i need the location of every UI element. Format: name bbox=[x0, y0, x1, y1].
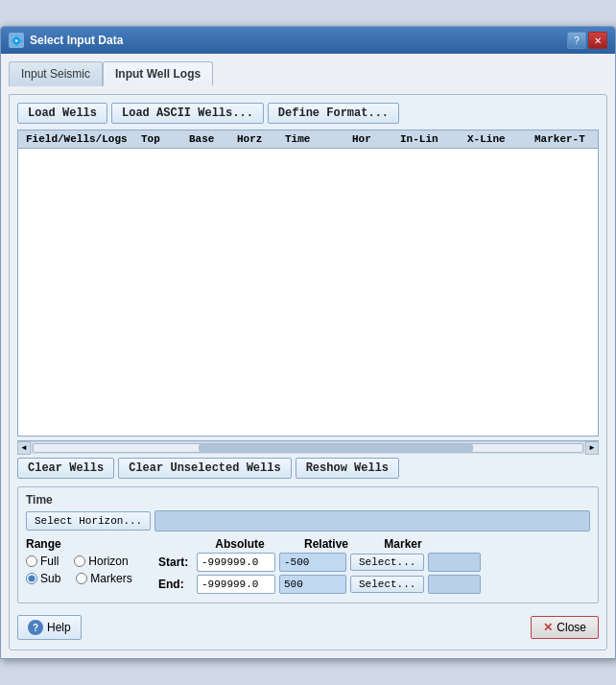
radio-row-1: Full Horizon bbox=[26, 555, 151, 568]
col-time: Time bbox=[281, 132, 348, 146]
close-dialog-button[interactable]: ✕ Close bbox=[531, 616, 599, 639]
radio-group: Full Horizon Sub bbox=[26, 555, 151, 585]
clear-unselected-wells-button[interactable]: Clear Unselected Wells bbox=[118, 458, 291, 479]
radio-horizon[interactable]: Horizon bbox=[74, 555, 128, 568]
range-title: Range bbox=[26, 537, 151, 551]
radio-horizon-input[interactable] bbox=[74, 555, 85, 567]
tab-input-well-logs[interactable]: Input Well Logs bbox=[103, 61, 213, 86]
range-right: Absolute Relative Marker Start: Select..… bbox=[158, 537, 590, 597]
bottom-toolbar: Clear Wells Clear Unselected Wells Resho… bbox=[17, 458, 599, 479]
main-toolbar: Load Wells Load ASCII Wells... Define Fo… bbox=[17, 103, 599, 124]
marker-header: Marker bbox=[369, 537, 437, 551]
radio-full-label: Full bbox=[40, 555, 59, 568]
time-label: Time bbox=[26, 493, 590, 507]
relative-header: Relative bbox=[283, 537, 369, 551]
radio-horizon-label: Horizon bbox=[88, 555, 128, 568]
end-row: End: Select... bbox=[158, 575, 590, 594]
col-hor: Hor bbox=[348, 132, 396, 146]
help-icon: ? bbox=[28, 620, 43, 635]
radio-sub-label: Sub bbox=[40, 572, 60, 585]
col-in-lin: In-Lin bbox=[396, 132, 463, 146]
horizon-value-display bbox=[154, 510, 590, 531]
col-field-wells-logs: Field/Wells/Logs bbox=[22, 132, 137, 146]
load-ascii-wells-button[interactable]: Load ASCII Wells... bbox=[111, 103, 264, 124]
close-x-icon: ✕ bbox=[543, 621, 553, 634]
tab-content: Load Wells Load ASCII Wells... Define Fo… bbox=[9, 94, 607, 650]
col-top: Top bbox=[137, 132, 185, 146]
radio-full[interactable]: Full bbox=[26, 555, 59, 568]
end-relative-input[interactable] bbox=[279, 575, 346, 594]
scroll-left-arrow[interactable]: ◄ bbox=[17, 441, 31, 455]
window-icon: 💠 bbox=[9, 33, 24, 48]
table-header: Field/Wells/Logs Top Base Horz Time Hor … bbox=[18, 130, 599, 149]
col-x-line: X-Line bbox=[463, 132, 531, 146]
absolute-header: Absolute bbox=[197, 537, 283, 551]
horizontal-scrollbar-area: ◄ ► bbox=[17, 440, 599, 454]
radio-sub[interactable]: Sub bbox=[26, 572, 60, 585]
end-label: End: bbox=[158, 578, 197, 591]
window-body: Input Seismic Input Well Logs Load Wells… bbox=[1, 54, 615, 658]
range-row: Range Full Horizon bbox=[26, 537, 590, 597]
radio-markers-input[interactable] bbox=[76, 573, 87, 584]
help-button[interactable]: ? Help bbox=[17, 615, 82, 640]
h-scrollbar-thumb[interactable] bbox=[199, 444, 473, 452]
tab-bar: Input Seismic Input Well Logs bbox=[9, 61, 607, 86]
end-absolute-input[interactable] bbox=[197, 575, 275, 594]
define-format-button[interactable]: Define Format... bbox=[268, 103, 399, 124]
tab-input-seismic[interactable]: Input Seismic bbox=[9, 61, 103, 86]
load-wells-button[interactable]: Load Wells bbox=[17, 103, 107, 124]
range-headers: Absolute Relative Marker bbox=[158, 537, 590, 551]
clear-wells-button[interactable]: Clear Wells bbox=[17, 458, 114, 479]
radio-row-2: Sub Markers bbox=[26, 572, 151, 585]
reshow-wells-button[interactable]: Reshow Wells bbox=[296, 458, 399, 479]
end-extra-box bbox=[428, 575, 481, 594]
start-absolute-input[interactable] bbox=[197, 553, 275, 572]
start-extra-box bbox=[428, 553, 481, 572]
h-scrollbar-track[interactable] bbox=[33, 443, 583, 453]
radio-sub-input[interactable] bbox=[26, 573, 37, 584]
title-bar-buttons: ? ✕ bbox=[567, 32, 607, 49]
scroll-right-arrow[interactable]: ► bbox=[585, 441, 599, 455]
radio-markers-label: Markers bbox=[90, 572, 131, 585]
window-title: Select Input Data bbox=[30, 34, 123, 47]
end-select-button[interactable]: Select... bbox=[350, 576, 424, 593]
range-empty-col bbox=[158, 537, 197, 551]
table-body bbox=[18, 149, 598, 417]
close-label: Close bbox=[557, 621, 586, 634]
col-marker: Marker- bbox=[598, 132, 599, 146]
start-relative-input[interactable] bbox=[279, 553, 346, 572]
time-section: Time Select Horizon... Range bbox=[17, 486, 599, 603]
radio-full-input[interactable] bbox=[26, 555, 37, 567]
start-label: Start: bbox=[158, 555, 197, 569]
help-label: Help bbox=[47, 621, 71, 634]
footer: ? Help ✕ Close bbox=[17, 609, 599, 642]
range-left: Range Full Horizon bbox=[26, 537, 151, 597]
start-row: Start: Select... bbox=[158, 553, 590, 572]
radio-markers[interactable]: Markers bbox=[76, 572, 131, 585]
col-marker-t: Marker-T bbox=[531, 132, 598, 146]
select-horizon-button[interactable]: Select Horizon... bbox=[26, 511, 151, 531]
title-bar: 💠 Select Input Data ? ✕ bbox=[1, 27, 615, 54]
close-title-btn[interactable]: ✕ bbox=[588, 32, 607, 49]
start-select-button[interactable]: Select... bbox=[350, 554, 424, 571]
data-table[interactable]: Field/Wells/Logs Top Base Horz Time Hor … bbox=[17, 130, 599, 437]
main-window: 💠 Select Input Data ? ✕ Input Seismic In… bbox=[0, 26, 616, 659]
help-title-btn[interactable]: ? bbox=[567, 32, 586, 49]
horizon-row: Select Horizon... bbox=[26, 510, 590, 531]
col-horz: Horz bbox=[233, 132, 281, 146]
col-base: Base bbox=[185, 132, 233, 146]
title-bar-left: 💠 Select Input Data bbox=[9, 33, 123, 48]
